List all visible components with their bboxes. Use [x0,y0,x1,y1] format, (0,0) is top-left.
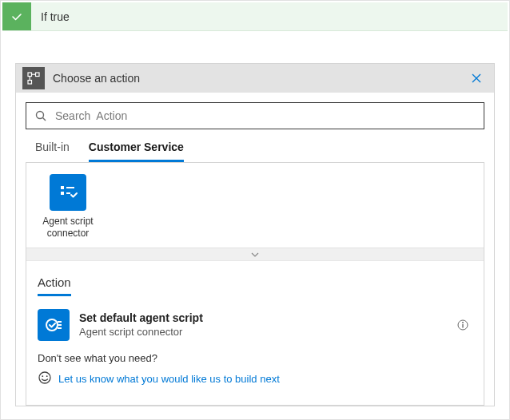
svg-point-19 [42,375,43,377]
tab-built-in[interactable]: Built-in [35,141,70,162]
svg-rect-2 [36,73,40,77]
action-title: Set default agent script [79,311,453,325]
svg-point-20 [46,375,48,377]
feedback-link[interactable]: Let us know what you would like us to bu… [58,373,280,385]
svg-point-11 [46,319,58,331]
search-icon [34,109,47,122]
chevron-down-icon [250,252,260,258]
connector-agent-script[interactable]: Agent script connector [38,174,98,240]
svg-point-18 [39,372,50,383]
footer-question: Don't see what you need? [38,352,472,364]
info-icon[interactable] [453,315,472,335]
collapse-toggle[interactable] [26,248,484,260]
svg-point-16 [462,322,464,323]
search-box[interactable] [26,102,484,129]
action-subtitle: Agent script connector [79,326,453,339]
if-true-label: If true [31,2,79,30]
search-input[interactable] [54,109,476,123]
svg-point-5 [37,112,44,119]
svg-line-6 [43,118,46,121]
tab-customer-service[interactable]: Customer Service [89,141,184,162]
close-icon[interactable] [465,67,488,89]
svg-rect-9 [61,192,64,195]
svg-rect-0 [28,73,32,77]
action-set-default-agent-script[interactable]: Set default agent script Agent script co… [38,309,472,341]
action-heading: Action [38,275,71,296]
svg-rect-1 [28,81,32,85]
panel-title: Choose an action [45,72,465,85]
list-check-icon [50,174,86,211]
if-true-header[interactable]: If true [2,2,508,31]
smile-icon [38,370,52,387]
action-group-icon [22,67,45,89]
connector-label: Agent script connector [38,216,98,240]
circle-check-icon [38,309,70,341]
choose-action-panel: Choose an action Built-in Customer Servi… [15,63,495,406]
svg-rect-7 [61,186,64,189]
check-icon [2,2,31,30]
